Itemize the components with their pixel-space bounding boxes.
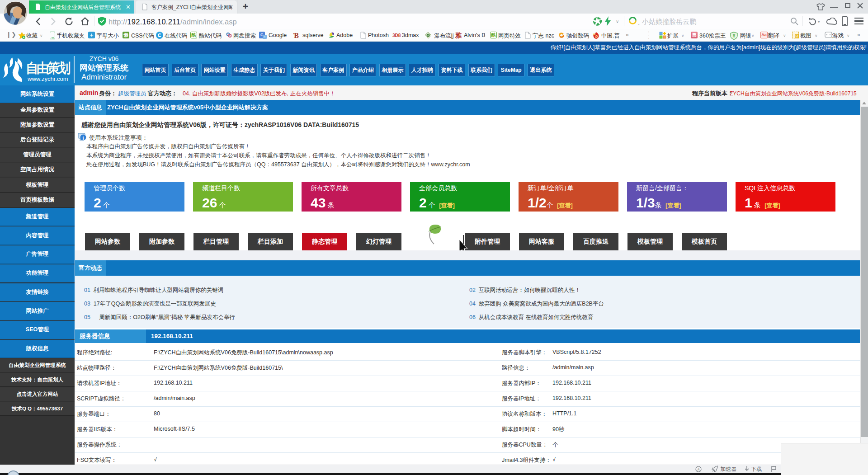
svg-text:i: i: [82, 135, 84, 141]
svg-text:A: A: [697, 467, 700, 471]
svg-text:¥: ¥: [733, 33, 736, 38]
